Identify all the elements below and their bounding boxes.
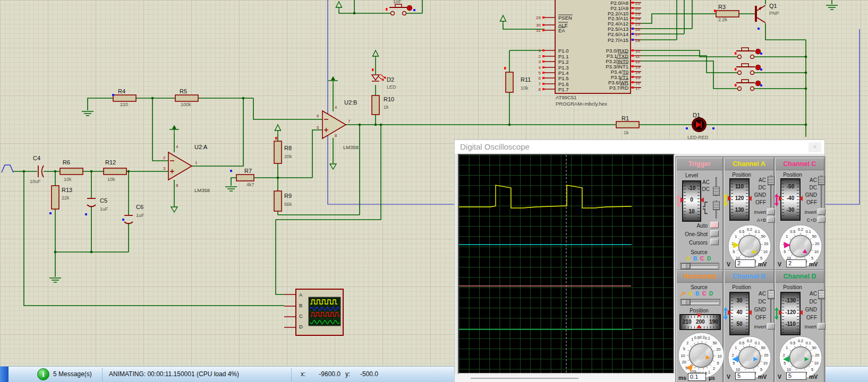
svg-text:4: 4 bbox=[176, 144, 178, 149]
svg-text:17: 17 bbox=[635, 86, 640, 91]
opamp-u2a[interactable] bbox=[168, 152, 192, 180]
svg-text:1nF: 1nF bbox=[393, 0, 402, 4]
channel-a-invert-label: Invert bbox=[748, 210, 766, 215]
channel-a-sum-button[interactable] bbox=[767, 216, 775, 223]
svg-text:LED: LED bbox=[387, 84, 396, 90]
cursors-button[interactable] bbox=[710, 239, 719, 245]
source-c: C bbox=[700, 256, 704, 262]
svg-text:0.5: 0.5 bbox=[694, 335, 700, 340]
svg-text:D: D bbox=[299, 324, 303, 329]
svg-text:8: 8 bbox=[176, 183, 178, 188]
svg-text:10uF: 10uF bbox=[30, 179, 41, 184]
svg-text:7: 7 bbox=[348, 119, 351, 124]
svg-text:22k: 22k bbox=[62, 195, 70, 201]
svg-text:R12: R12 bbox=[105, 159, 116, 166]
svg-text:20: 20 bbox=[716, 347, 720, 352]
channel-d-invert-button[interactable] bbox=[818, 323, 826, 329]
svg-text:50: 50 bbox=[761, 345, 765, 350]
svg-text:5: 5 bbox=[784, 361, 786, 366]
svg-text:D1: D1 bbox=[693, 112, 700, 118]
svg-text:1k: 1k bbox=[384, 105, 389, 110]
svg-text:U2:A: U2:A bbox=[194, 144, 208, 150]
channel-b-invert-button[interactable] bbox=[767, 323, 775, 329]
svg-text:R7: R7 bbox=[244, 168, 252, 174]
auto-button[interactable] bbox=[710, 222, 719, 228]
trigger-coupling-slider[interactable] bbox=[713, 177, 720, 196]
channel-a-range-value[interactable]: 2 bbox=[735, 259, 755, 267]
trigger-level-label: Level bbox=[681, 172, 702, 178]
svg-text:10: 10 bbox=[635, 49, 640, 54]
svg-text:P1.5: P1.5 bbox=[558, 75, 569, 81]
svg-text:21: 21 bbox=[635, 1, 640, 6]
svg-text:C4: C4 bbox=[33, 155, 40, 161]
source-b: B bbox=[693, 256, 697, 262]
one-shot-button[interactable] bbox=[710, 230, 719, 237]
opamp-u2b[interactable] bbox=[322, 111, 346, 138]
screen-scrollbar[interactable] bbox=[471, 378, 578, 379]
svg-text:30: 30 bbox=[536, 23, 541, 28]
led-d1[interactable] bbox=[693, 118, 705, 131]
svg-text:50: 50 bbox=[812, 345, 816, 350]
svg-text:5: 5 bbox=[717, 361, 719, 366]
channel-a-invert-button[interactable] bbox=[767, 209, 775, 215]
svg-text:P3.7/RD: P3.7/RD bbox=[609, 85, 628, 91]
channel-c-position-gauge[interactable]: -50 -40 -30 bbox=[780, 178, 801, 221]
y-coord-label: y: bbox=[345, 367, 350, 382]
oscilloscope-window: Digital Oscilloscope × Trigger Level -10… bbox=[454, 140, 825, 382]
channel-c-range-value[interactable]: 2 bbox=[786, 259, 806, 267]
svg-text:U2:B: U2:B bbox=[344, 99, 357, 106]
animating-status: ANIMATING: 00:00:11.150001 (CPU load 4%) bbox=[109, 367, 239, 382]
channel-c-sum-button[interactable] bbox=[818, 216, 826, 223]
trigger-source-label: Source bbox=[684, 249, 714, 255]
horizontal-position-label: Position bbox=[684, 308, 714, 314]
scope-screen[interactable] bbox=[458, 154, 675, 374]
svg-text:50: 50 bbox=[713, 341, 717, 345]
message-count[interactable]: 5 Message(s) bbox=[53, 367, 92, 382]
svg-text:0.2: 0.2 bbox=[747, 227, 752, 232]
svg-text:R5: R5 bbox=[180, 88, 187, 94]
scope-mini-screen bbox=[309, 297, 341, 326]
timebase-value[interactable]: 0.1 bbox=[688, 373, 706, 381]
svg-text:5: 5 bbox=[733, 361, 735, 366]
svg-text:5: 5 bbox=[760, 367, 762, 372]
trigger-source-slider[interactable] bbox=[680, 263, 719, 270]
svg-text:10k: 10k bbox=[521, 85, 529, 91]
svg-text:26: 26 bbox=[635, 27, 640, 32]
channel-b-range-value[interactable]: 5 bbox=[735, 372, 755, 380]
channel-d-invert-label: Invert bbox=[798, 324, 816, 329]
svg-text:R6: R6 bbox=[63, 159, 70, 166]
svg-text:28: 28 bbox=[635, 38, 640, 43]
horizontal-section: Horizontal Source A B C D Position 210 2… bbox=[676, 270, 723, 382]
svg-text:P2.6/A14: P2.6/A14 bbox=[608, 31, 628, 37]
one-shot-label: One-Shot bbox=[677, 231, 708, 237]
horizontal-source-slider[interactable] bbox=[680, 299, 720, 306]
led-d2[interactable] bbox=[372, 74, 386, 81]
svg-text:10: 10 bbox=[814, 249, 819, 254]
svg-text:0.5: 0.5 bbox=[790, 229, 795, 234]
scope-probe-component[interactable] bbox=[284, 289, 343, 335]
svg-text:2: 2 bbox=[783, 353, 785, 358]
channel-a-position-gauge[interactable]: 110 120 130 bbox=[729, 178, 750, 221]
channel-c-coupling-slider[interactable] bbox=[818, 176, 825, 207]
trigger-section: Trigger Level -10 0 10 AC DC Auto bbox=[676, 158, 723, 270]
svg-text:P1.7: P1.7 bbox=[558, 86, 569, 92]
svg-text:D2: D2 bbox=[387, 76, 394, 83]
channel-b-position-gauge[interactable]: 30 40 50 bbox=[729, 292, 750, 335]
channel-b-section: Channel B Position 30 40 50 AC DC GND OF… bbox=[724, 270, 774, 382]
transistor-q1[interactable] bbox=[755, 5, 765, 23]
channel-d-position-gauge[interactable]: -130 -120 -110 bbox=[780, 292, 801, 335]
channel-c-invert-button[interactable] bbox=[818, 209, 826, 215]
svg-text:0.2: 0.2 bbox=[700, 335, 705, 340]
window-titlebar[interactable]: Digital Oscilloscope × bbox=[455, 140, 824, 154]
channel-d-range-value[interactable]: 5 bbox=[786, 372, 806, 380]
trigger-edge-slider[interactable] bbox=[713, 201, 720, 219]
channel-d-coupling-slider[interactable] bbox=[818, 290, 825, 323]
source-a: A bbox=[686, 256, 690, 262]
svg-text:10: 10 bbox=[763, 249, 768, 254]
close-button[interactable]: × bbox=[809, 142, 821, 152]
horizontal-title: Horizontal bbox=[683, 273, 716, 280]
info-icon[interactable]: i bbox=[37, 368, 49, 380]
svg-text:5: 5 bbox=[733, 249, 735, 254]
channel-a-sum-label: A+B bbox=[750, 218, 766, 223]
svg-text:10: 10 bbox=[736, 367, 740, 372]
